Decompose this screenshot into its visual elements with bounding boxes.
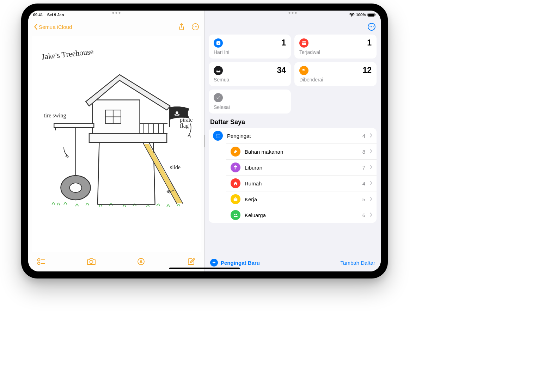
svg-rect-36 <box>368 14 374 16</box>
check-icon <box>214 93 223 102</box>
briefcase-icon <box>231 194 240 204</box>
checklist-icon <box>37 258 45 265</box>
smart-list-count: 1 <box>367 38 372 48</box>
battery-percent: 100% <box>356 13 366 17</box>
share-icon <box>178 23 185 31</box>
svg-point-25 <box>69 183 81 192</box>
svg-point-28 <box>38 259 40 261</box>
my-lists-header: Daftar Saya <box>210 118 375 126</box>
camera-button[interactable] <box>86 256 97 267</box>
smart-list-all[interactable]: 34 Semua <box>209 62 291 86</box>
ipad-screen: 09.41 Sel 9 Jan Semua iCloud <box>28 11 381 271</box>
add-list-button[interactable]: Tambah Daftar <box>341 260 375 266</box>
svg-point-49 <box>305 43 305 43</box>
ellipsis-circle-icon <box>367 23 376 31</box>
list-name: Bahan makanan <box>245 149 358 155</box>
new-reminder-label: Pengingat Baru <box>221 260 260 266</box>
svg-point-30 <box>38 262 40 265</box>
note-drawing-canvas[interactable]: Jake's Treehouse tire swing pirate flag … <box>32 36 201 252</box>
treehouse-sketch <box>32 36 201 252</box>
list-name: Pengingat <box>227 133 358 139</box>
svg-text:1: 1 <box>218 42 219 44</box>
svg-point-57 <box>234 214 236 215</box>
list-name: Liburan <box>245 165 358 171</box>
reminders-toolbar <box>204 19 381 35</box>
list-item[interactable]: Kerja 5 <box>226 191 377 207</box>
chevron-right-icon <box>369 196 372 202</box>
svg-point-54 <box>216 136 217 137</box>
svg-point-33 <box>138 258 144 265</box>
list-count: 4 <box>362 180 365 186</box>
smart-list-scheduled[interactable]: 1 Terjadwal <box>294 35 377 59</box>
chevron-left-icon <box>33 24 38 30</box>
new-reminder-button[interactable]: + Pengingat Baru <box>210 259 260 267</box>
list-count: 5 <box>362 196 365 202</box>
split-view-handle[interactable] <box>204 135 205 147</box>
svg-rect-56 <box>234 198 238 201</box>
battery-icon <box>367 13 376 17</box>
svg-point-58 <box>236 214 237 215</box>
calendar-day-icon: 1 <box>214 38 223 48</box>
svg-point-40 <box>371 26 372 27</box>
sketch-label-tire-swing: tire swing <box>44 113 66 119</box>
reminders-more-button[interactable] <box>367 23 376 31</box>
list-item[interactable]: Rumah 4 <box>226 175 377 191</box>
list-item[interactable]: Keluarga 6 <box>226 207 377 223</box>
list-count: 6 <box>362 212 365 218</box>
sketch-label-pirate-flag: pirate flag <box>180 117 201 129</box>
markup-button[interactable] <box>136 256 146 267</box>
family-icon <box>231 210 240 220</box>
compose-icon <box>187 257 195 266</box>
home-indicator[interactable] <box>169 268 240 269</box>
svg-point-47 <box>303 43 303 43</box>
svg-point-41 <box>373 26 374 27</box>
multitasking-dots-icon[interactable] <box>112 12 120 14</box>
smart-list-label: Terjadwal <box>299 49 372 55</box>
smart-list-today[interactable]: 1 1 Hari Ini <box>209 35 291 59</box>
status-time: 09.41 <box>33 13 43 17</box>
reminders-app-pane: 100% 1 1 Hari Ini 1 Terjadwal 34 S <box>204 11 381 271</box>
list-count: 8 <box>362 149 365 155</box>
chevron-right-icon <box>369 133 372 139</box>
notes-toolbar: Semua iCloud <box>28 19 204 35</box>
back-button[interactable]: Semua iCloud <box>33 24 72 30</box>
list-item[interactable]: Liburan 7 <box>226 159 377 175</box>
chevron-right-icon <box>369 165 372 170</box>
smart-list-label: Selesai <box>214 104 286 110</box>
list-item[interactable]: Bahan makanan 8 <box>226 143 377 159</box>
chevron-right-icon <box>369 212 372 218</box>
list-name: Rumah <box>245 180 358 186</box>
smart-list-count: 1 <box>281 38 286 48</box>
smart-list-flagged[interactable]: 12 Dibenderai <box>294 62 377 86</box>
svg-point-27 <box>176 111 178 114</box>
compose-button[interactable] <box>186 256 196 267</box>
list-count: 7 <box>362 165 365 171</box>
svg-point-50 <box>216 134 217 135</box>
plus-circle-icon: + <box>210 259 218 267</box>
svg-point-3 <box>196 26 197 27</box>
back-label: Semua iCloud <box>39 24 72 30</box>
svg-point-32 <box>90 261 93 264</box>
svg-rect-37 <box>375 14 375 16</box>
smart-list-label: Dibenderai <box>299 77 372 82</box>
checklist-button[interactable] <box>36 256 47 267</box>
multitasking-dots-icon[interactable] <box>289 12 297 14</box>
flag-icon <box>299 66 308 75</box>
notes-app-pane: 09.41 Sel 9 Jan Semua iCloud <box>28 11 204 271</box>
add-list-label: Tambah Daftar <box>341 260 375 266</box>
smart-lists-grid: 1 1 Hari Ini 1 Terjadwal 34 Semua 12 Dib… <box>204 35 381 114</box>
umbrella-icon <box>231 163 240 172</box>
status-date: Sel 9 Jan <box>47 13 64 17</box>
house-icon <box>231 178 240 188</box>
list-item[interactable]: Pengingat 4 <box>209 128 377 143</box>
more-button[interactable] <box>191 23 199 31</box>
svg-point-52 <box>216 135 217 136</box>
svg-point-1 <box>194 26 194 27</box>
list-icon <box>213 131 223 141</box>
markup-icon <box>137 257 145 266</box>
smart-list-done[interactable]: Selesai <box>209 90 291 114</box>
wifi-icon <box>349 13 355 17</box>
share-button[interactable] <box>178 23 185 31</box>
svg-line-5 <box>153 140 155 204</box>
tray-icon <box>214 66 223 75</box>
